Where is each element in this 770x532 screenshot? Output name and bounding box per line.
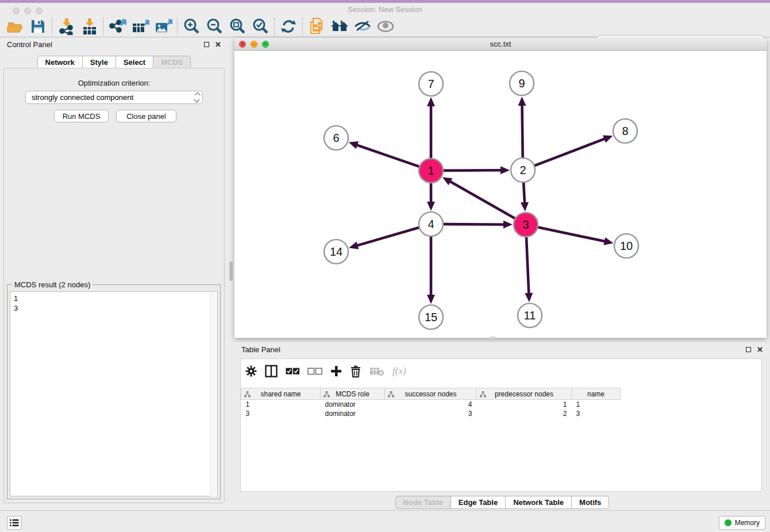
control-panel-title: Control Panel (7, 40, 52, 49)
mcds-result-text[interactable]: 1 3 (10, 291, 218, 496)
column-header-MCDS-role[interactable]: MCDS role (321, 388, 385, 400)
close-panel-button[interactable]: Close panel (116, 110, 176, 122)
table-cell[interactable]: 3 (572, 409, 621, 418)
table-settings-gear-icon[interactable] (245, 364, 257, 379)
result-scrollbar[interactable] (210, 292, 217, 496)
panel-scrollbar[interactable] (229, 52, 233, 338)
float-panel-icon[interactable] (204, 41, 209, 48)
show-columns-icon[interactable] (265, 364, 278, 379)
window-resize-grip[interactable] (491, 337, 495, 341)
save-icon[interactable] (26, 17, 49, 36)
tab-style[interactable]: Style (83, 56, 116, 69)
graph-edge-2-9[interactable] (522, 105, 522, 160)
tab-mcds[interactable]: MCDS (153, 56, 191, 69)
task-history-button[interactable] (7, 516, 22, 530)
window-controls (13, 7, 43, 14)
arrowhead-icon (603, 135, 613, 142)
arrowhead-icon (427, 97, 435, 106)
zoom-out-icon[interactable] (203, 17, 226, 36)
app-title: Session: New Session (348, 5, 422, 14)
table-cell[interactable]: 1 (477, 400, 572, 409)
table-cell[interactable]: 3 (241, 409, 321, 418)
network-canvas[interactable]: 7968124314101511 (234, 51, 767, 338)
table-cell[interactable]: dominator (321, 409, 385, 418)
graph-edge-1-6[interactable] (356, 145, 421, 167)
toolbar-separator (52, 18, 52, 35)
table-tab-motifs[interactable]: Motifs (572, 496, 609, 509)
network-zoom-icon[interactable]: + (262, 41, 269, 48)
eye-icon[interactable] (374, 17, 397, 36)
graph-edge-2-8[interactable] (533, 138, 606, 166)
delete-table-icon[interactable] (369, 364, 384, 379)
table-cell[interactable]: 2 (477, 409, 572, 418)
table-tab-network-table[interactable]: Network Table (506, 496, 572, 509)
import-network-icon[interactable] (55, 17, 78, 36)
table-panel: Table Panel ✕ (234, 342, 770, 510)
export-network-icon[interactable] (106, 17, 129, 36)
network-close-icon[interactable]: ✕ (239, 41, 246, 48)
zoom-in-icon[interactable] (180, 17, 203, 36)
table-cell[interactable]: 3 (385, 409, 477, 418)
graph-edge-1-2[interactable] (441, 170, 502, 171)
close-panel-icon[interactable]: ✕ (215, 41, 221, 48)
table-row[interactable]: 3dominator323 (241, 409, 621, 418)
graph-node-label: 8 (622, 125, 628, 137)
graph-edge-4-14[interactable] (357, 227, 421, 246)
graph-node-label: 6 (333, 132, 339, 144)
duplicate-network-icon[interactable] (305, 17, 328, 36)
zoom-selected-icon[interactable] (249, 17, 272, 36)
graph-edge-3-10[interactable] (536, 227, 606, 242)
run-mcds-button[interactable]: Run MCDS (54, 110, 109, 122)
memory-button[interactable]: Memory (719, 516, 765, 530)
table-tab-edge-table[interactable]: Edge Table (451, 496, 506, 509)
column-header-shared-name[interactable]: shared name (241, 388, 321, 400)
refresh-icon[interactable] (277, 17, 300, 36)
table-cell[interactable]: 4 (385, 400, 477, 409)
memory-status-icon (725, 519, 732, 526)
column-header-name[interactable]: name (572, 388, 621, 400)
graph-node-label: 3 (522, 218, 529, 231)
table-row[interactable]: 1dominator411 (241, 400, 621, 409)
export-image-icon[interactable] (152, 17, 175, 36)
attribute-icon (244, 391, 251, 398)
tab-network[interactable]: Network (37, 56, 83, 69)
graph-edge-2-3[interactable] (523, 180, 525, 203)
graph-edge-3-11[interactable] (526, 235, 529, 294)
table-cell[interactable]: 1 (572, 400, 621, 409)
network-minimize-icon[interactable]: − (251, 41, 257, 48)
column-header-successor-nodes[interactable]: successor nodes (385, 388, 477, 400)
maximize-window-button[interactable] (36, 7, 43, 14)
home-icon[interactable] (328, 17, 351, 36)
table-tab-node-table[interactable]: Node Table (395, 496, 451, 509)
arrowhead-icon (603, 237, 613, 245)
export-table-icon[interactable] (129, 17, 152, 36)
deselect-all-icon[interactable] (307, 364, 322, 379)
node-table: shared nameMCDS rolesuccessor nodesprede… (241, 388, 621, 418)
delete-column-trash-icon[interactable] (350, 364, 361, 379)
graph-node-label: 1 (428, 164, 434, 177)
tab-select[interactable]: Select (116, 56, 153, 69)
zoom-fit-icon[interactable] (226, 17, 249, 36)
graph-node-label: 2 (519, 164, 526, 176)
graph-edge-4-3[interactable] (441, 224, 505, 225)
table-cell[interactable]: 1 (241, 400, 321, 409)
close-window-button[interactable] (13, 7, 20, 14)
minimize-window-button[interactable] (24, 7, 31, 14)
column-header-predecessor-nodes[interactable]: predecessor nodes (477, 388, 572, 400)
close-panel-icon[interactable]: ✕ (757, 346, 763, 353)
select-all-icon[interactable] (286, 364, 299, 379)
criterion-select[interactable]: strongly connected component (25, 91, 203, 104)
open-folder-icon[interactable] (3, 17, 26, 36)
graph-edge-3-1[interactable] (449, 181, 517, 219)
network-window-titlebar[interactable]: ✕ − + scc.txt (234, 38, 767, 51)
float-panel-icon[interactable] (746, 346, 751, 353)
scrollbar-thumb[interactable] (229, 261, 233, 281)
function-builder-icon[interactable]: f(x) (392, 364, 406, 379)
visual-style-eye-icon[interactable] (351, 17, 374, 36)
toolbar-separator (274, 18, 275, 35)
mcds-result-group: MCDS result (2 nodes) 1 3 (7, 284, 221, 499)
add-column-icon[interactable] (330, 364, 342, 379)
import-table-icon[interactable] (78, 17, 101, 36)
status-bar: Memory (0, 510, 770, 532)
table-cell[interactable]: dominator (321, 400, 385, 409)
